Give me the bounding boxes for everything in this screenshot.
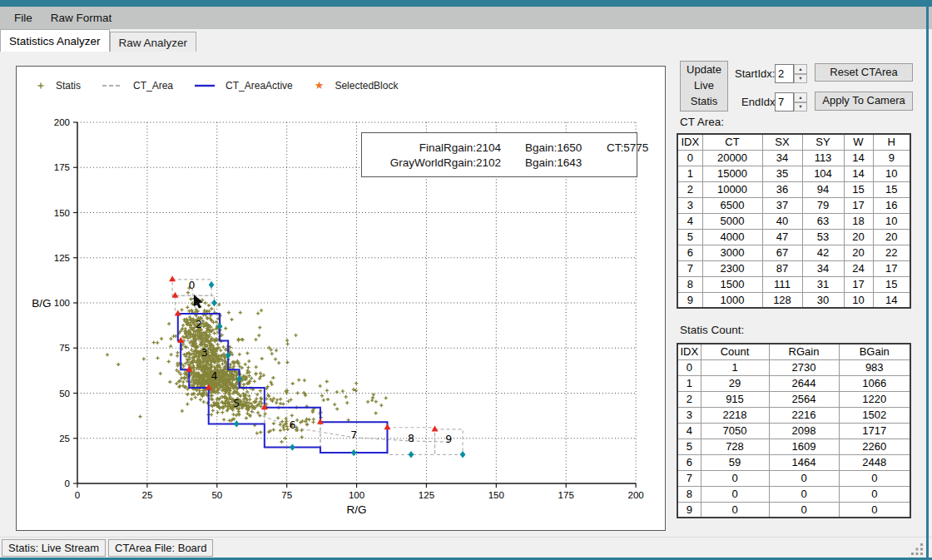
cell: 2 <box>677 181 702 197</box>
cell: 42 <box>802 245 844 260</box>
cell: 0 <box>839 486 910 502</box>
svg-text:0: 0 <box>189 279 196 291</box>
spinner-up-icon[interactable]: ▲ <box>794 64 807 74</box>
cell: 1609 <box>769 439 839 454</box>
column-header: BGain <box>839 344 910 359</box>
ctarea-file-status: CTArea File: Board <box>108 539 213 557</box>
endidx-value[interactable]: 7 <box>775 92 794 112</box>
cell: 6500 <box>702 197 762 213</box>
solid-line-icon <box>195 83 215 88</box>
cell: 20 <box>844 245 873 260</box>
cell: 4 <box>677 213 702 229</box>
svg-text:125: 125 <box>54 253 70 263</box>
cell: 5 <box>677 229 702 245</box>
cell: 17 <box>844 197 873 213</box>
svg-text:25: 25 <box>141 490 152 500</box>
svg-text:50: 50 <box>211 490 222 500</box>
legend-label: Statis <box>56 80 81 92</box>
column-header: IDX <box>677 134 702 150</box>
table-row: 4705020981717 <box>677 423 910 439</box>
table-row: 4500040631810 <box>677 213 910 229</box>
svg-text:50: 50 <box>59 389 70 399</box>
svg-text:9: 9 <box>445 433 452 445</box>
cell: 20000 <box>702 150 762 166</box>
cell: 2218 <box>701 407 769 423</box>
cell: 20 <box>873 229 910 245</box>
startidx-value[interactable]: 2 <box>775 64 794 83</box>
statis-count-table: IDXCountRGainBGain0127309831292644106629… <box>677 343 911 518</box>
window-top-edge <box>0 0 932 7</box>
table-row: 3650037791716 <box>677 197 910 213</box>
svg-text:200: 200 <box>54 117 70 127</box>
cell: 30 <box>802 292 844 308</box>
final-ct: CT:5775 <box>607 141 648 154</box>
svg-text:75: 75 <box>59 343 70 353</box>
cell: 5 <box>677 439 701 454</box>
column-header: Count <box>701 344 769 359</box>
cell: 14 <box>844 166 873 181</box>
statis-count-title: Statis Count: <box>680 324 744 336</box>
cell: 8 <box>677 276 702 292</box>
cell: 17 <box>844 276 873 292</box>
cell: 2448 <box>839 454 910 470</box>
table-row: 012730983 <box>677 359 910 375</box>
cell: 15000 <box>702 166 762 181</box>
column-header: SX <box>762 134 802 150</box>
cell: 0 <box>769 470 839 486</box>
startidx-label: StartIdx: <box>735 67 775 80</box>
cell: 0 <box>701 502 769 518</box>
cell: 10 <box>844 292 873 308</box>
final-bgain: Bgain:1650 <box>525 141 607 154</box>
cell: 1220 <box>839 391 910 407</box>
svg-text:B/G: B/G <box>32 297 51 310</box>
cell: 2260 <box>839 439 910 454</box>
reset-ctarea-button[interactable]: Reset CTArea <box>815 63 913 82</box>
svg-text:125: 125 <box>419 490 434 500</box>
grayworld-label: GrayWorld <box>369 156 444 169</box>
spinner-up-icon[interactable]: ▲ <box>794 92 807 102</box>
startidx-spinner[interactable]: 2 ▲ ▼ <box>775 64 807 83</box>
resize-grip-icon[interactable] <box>911 543 925 556</box>
svg-text:100: 100 <box>54 298 70 308</box>
spinner-down-icon[interactable]: ▼ <box>794 102 807 112</box>
cell: 2300 <box>702 260 762 276</box>
cell: 7 <box>677 260 702 276</box>
cell: 2 <box>677 391 701 407</box>
svg-text:175: 175 <box>54 162 70 172</box>
spinner-down-icon[interactable]: ▼ <box>794 74 807 84</box>
cell: 15 <box>844 181 873 197</box>
cell: 3000 <box>702 245 762 260</box>
column-header: W <box>844 134 873 150</box>
cell: 36 <box>762 181 802 197</box>
svg-text:175: 175 <box>558 490 574 500</box>
menu-file[interactable]: File <box>5 8 42 27</box>
cell: 24 <box>844 260 873 276</box>
cell: 128 <box>762 292 802 308</box>
cell: 14 <box>844 150 873 166</box>
cell: 6 <box>677 454 701 470</box>
cell: 22 <box>873 245 910 260</box>
menu-raw-format[interactable]: Raw Format <box>42 8 121 27</box>
cell: 1000 <box>702 292 762 308</box>
awb-info-box: Final Rgain:2104 Bgain:1650 CT:5775 Gray… <box>361 132 637 177</box>
endidx-spinner[interactable]: 7 ▲ ▼ <box>775 92 807 112</box>
cell: 16 <box>873 197 910 213</box>
cell: 1066 <box>839 375 910 391</box>
statis-source-status: Statis: Live Stream <box>2 539 106 557</box>
cell: 6 <box>677 245 702 260</box>
svg-text:R/G: R/G <box>347 503 367 516</box>
column-header: H <box>873 134 910 150</box>
update-live-statis-button[interactable]: Update Live Statis <box>680 61 728 112</box>
cell: 1 <box>677 375 701 391</box>
cell: 1717 <box>839 423 910 439</box>
apply-to-camera-button[interactable]: Apply To Camera <box>815 92 913 111</box>
tab-raw-analyzer[interactable]: Raw Analyzer <box>110 32 197 52</box>
tab-statistics-analyzer[interactable]: Statistics Analyzer <box>0 29 110 52</box>
cell: 111 <box>762 276 802 292</box>
chart-legend: StatisCT_AreaCT_AreaActive★SelectedBlock <box>37 80 398 92</box>
cell: 9 <box>677 502 701 518</box>
column-header: RGain <box>769 344 839 359</box>
cell: 10 <box>873 166 910 181</box>
svg-text:8: 8 <box>408 432 414 444</box>
cell: 31 <box>802 276 844 292</box>
